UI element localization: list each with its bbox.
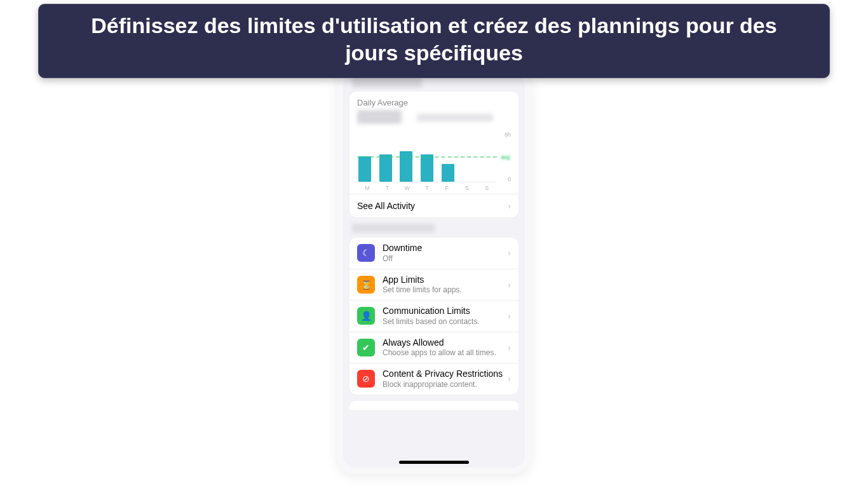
chart-bars-area [357,132,497,182]
contact-icon: 👤 [357,307,375,325]
chart-x-labels: MTWTFSS [357,185,497,191]
chart-bar [400,151,412,182]
home-indicator[interactable] [399,461,469,464]
see-all-label: See All Activity [357,201,415,211]
row-subtitle: Block inappropriate content. [383,380,504,390]
y-axis-min: 0 [508,176,511,182]
chevron-right-icon: › [508,280,511,290]
row-text: Communication LimitsSet limits based on … [383,306,504,327]
blurred-trend [417,114,493,121]
chart-x-label: T [421,185,433,191]
daily-average-title: Daily Average [357,98,511,107]
banner-text: Définissez des limites d'utilisation et … [91,13,776,65]
row-title: Downtime [383,243,504,254]
settings-list: ☾DowntimeOff›⏳App LimitsSet time limits … [349,238,519,395]
blurred-total-time [357,110,402,124]
screen-content: Daily Average 8h avg 0 MTWTFSS See All A… [343,74,525,468]
row-text: Always AllowedChoose apps to allow at al… [383,337,504,358]
hourglass-icon: ⏳ [357,276,375,294]
blurred-section-header [352,224,435,233]
chart-bar [379,154,392,182]
checkmark-icon: ✔ [357,339,375,356]
row-title: Communication Limits [383,306,504,317]
chart-bar [421,154,433,182]
chevron-right-icon: › [508,342,511,353]
promo-banner: Définissez des limites d'utilisation et … [38,4,830,78]
daily-average-section: Daily Average 8h avg 0 MTWTFSS [349,92,519,194]
row-subtitle: Choose apps to allow at all times. [383,348,504,358]
y-axis-max: 8h [505,132,511,138]
row-title: Always Allowed [383,337,504,349]
row-title: Content & Privacy Restrictions [383,369,504,380]
moon-icon: ☾ [357,244,375,262]
chevron-right-icon: › [508,374,511,384]
phone-frame: Daily Average 8h avg 0 MTWTFSS See All A… [337,67,531,474]
settings-row[interactable]: ✔Always AllowedChoose apps to allow at a… [349,332,519,363]
chart-x-label: W [401,185,414,191]
row-text: App LimitsSet time limits for apps. [383,274,504,295]
chart-bar [358,156,371,182]
settings-row[interactable]: 👤Communication LimitsSet limits based on… [349,300,519,332]
daily-average-card: Daily Average 8h avg 0 MTWTFSS See All A… [349,92,519,217]
avg-label: avg [500,154,511,160]
next-card-peek [349,401,519,410]
row-text: DowntimeOff [383,243,504,264]
chevron-right-icon: › [508,201,511,211]
row-subtitle: Set limits based on contacts. [383,317,504,327]
chart-x-label: S [461,185,473,191]
chart-x-label: T [381,185,393,191]
chart-x-label: M [361,185,374,191]
see-all-activity-row[interactable]: See All Activity › [349,194,519,217]
chart-x-label: F [440,185,453,191]
row-subtitle: Set time limits for apps. [383,285,504,295]
chevron-right-icon: › [508,248,511,258]
usage-bar-chart: 8h avg 0 MTWTFSS [357,132,511,190]
settings-row[interactable]: ⏳App LimitsSet time limits for apps.› [349,269,519,301]
row-text: Content & Privacy RestrictionsBlock inap… [383,369,504,390]
chart-x-label: S [480,185,493,191]
chevron-right-icon: › [508,311,511,321]
settings-row[interactable]: ⊘Content & Privacy RestrictionsBlock ina… [349,363,519,395]
row-subtitle: Off [383,254,504,264]
chart-bar [442,164,454,182]
settings-row[interactable]: ☾DowntimeOff› [349,238,519,269]
row-title: App Limits [383,274,504,286]
no-entry-icon: ⊘ [357,370,375,388]
